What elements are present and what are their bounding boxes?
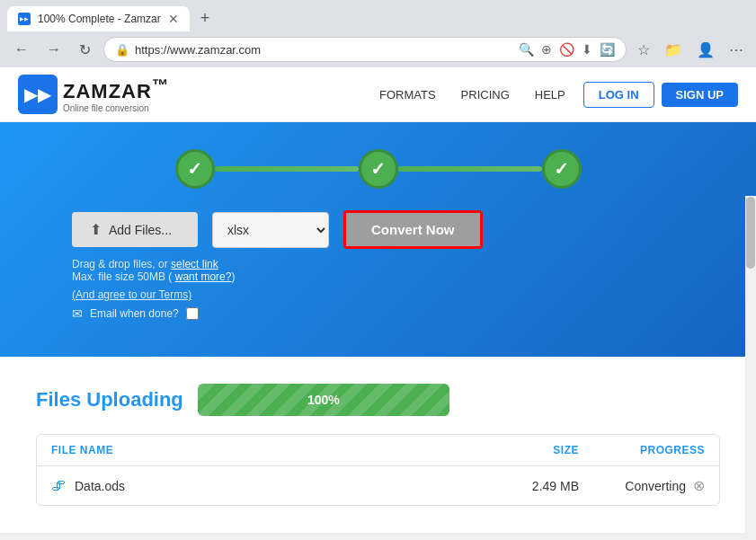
favorites-icon[interactable]: ☆ [634,38,654,62]
profile-icon[interactable]: 👤 [693,38,718,62]
step-3-check-icon: ✓ [554,158,569,180]
step-3-circle: ✓ [542,149,582,189]
want-more-link[interactable]: want more? [175,270,232,283]
lock-icon: 🔒 [115,43,129,57]
hero-subtitle: Drag & drop files, or select link Max. f… [36,258,720,283]
new-tab-button[interactable]: + [193,5,218,31]
forward-button[interactable]: → [41,38,67,61]
tab-title: 100% Complete - Zamzar [38,13,161,25]
logo-arrows-icon: ▶▶ [24,84,51,105]
email-label: Email when done? [90,307,179,320]
logo-name: ZAMZAR™ [63,75,169,103]
logo-icon: ▶▶ [18,75,58,114]
file-size: 2.49 MB [489,479,579,493]
refresh-button[interactable]: ↻ [74,38,96,62]
download-icon[interactable]: ⬇ [582,42,592,57]
extensions-icon[interactable]: ⊕ [541,42,552,57]
back-button[interactable]: ← [9,38,34,61]
scrollbar-track [745,196,756,540]
step-2-circle: ✓ [359,149,398,189]
upload-progress-bar: 100% [198,384,449,416]
collections-icon[interactable]: 📁 [661,38,686,62]
col-progress-header: PROGRESS [579,444,705,456]
col-filename-header: FILE NAME [51,444,489,456]
signup-button[interactable]: SIGN UP [662,83,738,107]
files-table-header: FILE NAME SIZE PROGRESS [37,435,719,466]
sync-icon[interactable]: 🔄 [600,42,615,57]
files-table: FILE NAME SIZE PROGRESS 🖇 Data.ods 2.49 … [36,434,720,506]
upload-icon: ⬆ [90,221,102,238]
browser-menu-icon[interactable]: ⋯ [725,38,747,62]
steps-progress-bar: ✓ ✓ ✓ [36,149,720,189]
block-icon[interactable]: 🚫 [559,42,574,57]
cancel-button[interactable]: ⊗ [693,477,705,494]
file-name: Data.ods [75,479,489,493]
scrollbar-thumb[interactable] [746,197,755,269]
format-select[interactable]: xlsx csv pdf docx png [212,212,329,248]
browser-tab[interactable]: 100% Complete - Zamzar ✕ [7,6,190,31]
step-1-check-icon: ✓ [187,158,202,180]
hero-agree: (And agree to our Terms) [36,288,720,301]
nav-help[interactable]: HELP [535,88,565,102]
file-progress: Converting ⊗ [579,477,705,494]
email-icon: ✉ [72,306,83,321]
address-bar-input[interactable]: 🔒 https://www.zamzar.com 🔍 ⊕ 🚫 ⬇ 🔄 [103,37,627,62]
step-line-2 [398,166,542,172]
files-header: Files Uploading 100% [36,384,720,416]
site-header: ▶▶ ZAMZAR™ Online file conversion FORMAT… [0,67,756,122]
search-icon[interactable]: 🔍 [519,42,534,57]
col-size-header: SIZE [489,444,579,456]
email-row: ✉ Email when done? [36,306,720,321]
tab-close-button[interactable]: ✕ [168,12,179,26]
url-text: https://www.zamzar.com [135,43,513,57]
step-2-check-icon: ✓ [370,158,386,180]
tab-favicon [18,13,31,25]
convert-now-button[interactable]: Convert Now [343,210,483,249]
logo-subtitle: Online file conversion [63,103,169,113]
add-files-button[interactable]: ⬆ Add Files... [72,212,198,247]
nav-formats[interactable]: FORMATS [379,88,436,102]
logo-area: ▶▶ ZAMZAR™ Online file conversion [18,75,169,114]
file-icon: 🖇 [51,478,66,494]
main-content: Files Uploading 100% FILE NAME SIZE PROG… [0,357,756,533]
upload-progress-fill: 100% [198,384,449,416]
main-nav: FORMATS PRICING HELP [379,88,565,102]
step-line-1 [215,166,359,172]
convert-button-wrapper: Convert Now [343,210,483,249]
hero-controls: ⬆ Add Files... xlsx csv pdf docx png Con… [36,210,720,249]
files-title: Files Uploading [36,388,183,412]
drag-drop-text: Drag & drop files, or [72,258,171,270]
hero-section: ✓ ✓ ✓ ⬆ Add Files... xlsx csv pdf docx p… [0,122,756,357]
email-checkbox[interactable] [186,307,199,320]
add-files-label: Add Files... [109,223,172,237]
step-1-circle: ✓ [175,149,215,189]
max-size-text: Max. file size 50MB ( [72,270,172,283]
table-row: 🖇 Data.ods 2.49 MB Converting ⊗ [37,466,719,505]
select-link[interactable]: select link [171,258,218,270]
nav-pricing[interactable]: PRICING [461,88,510,102]
login-button[interactable]: LOG IN [583,82,654,108]
agree-terms-text[interactable]: (And agree to our Terms) [72,288,191,301]
